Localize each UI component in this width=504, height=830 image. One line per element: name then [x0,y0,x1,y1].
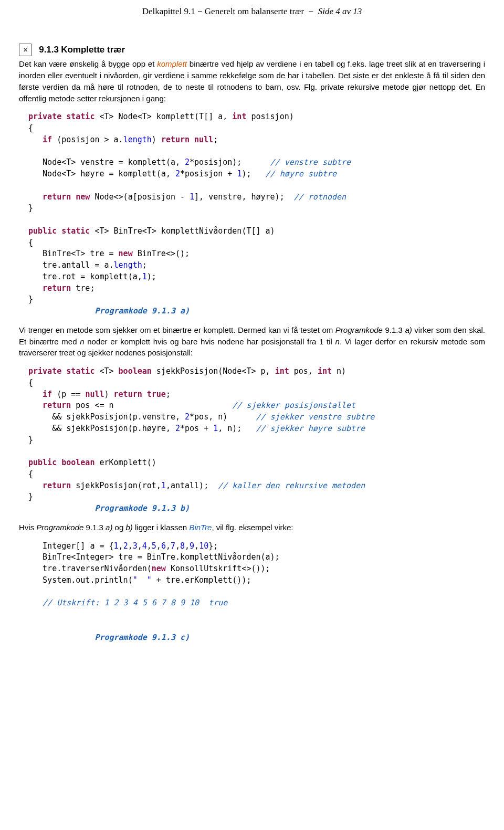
kw-static: static [61,226,90,236]
num: 2 [123,541,128,551]
num-2: 2 [185,412,190,422]
brace: { [28,123,33,133]
code-text: erKomplett() [94,458,156,467]
page-header: Delkapittel 9.1 − Generelt om balanserte… [19,5,485,18]
code-text: <T> [94,366,118,376]
code-text: (p == [52,390,85,399]
kw-int: int [232,112,246,121]
kw-static: static [66,366,94,376]
code-text: , n); [218,424,242,433]
code-listing-b: private static <T> boolean sjekkPosisjon… [28,366,485,514]
num: 4 [142,541,147,551]
code-text: tre; [71,283,94,293]
kw-if: if [43,135,52,144]
kw-new: new [152,564,166,573]
code-text: Integer[] a = { [28,541,114,551]
ref-b: b) [125,523,132,532]
comma: , [156,541,161,551]
num: 3 [133,541,138,551]
kw-static: static [66,112,94,121]
comma: , [128,541,133,551]
code-text: tre.traverserNivåorden( [28,564,152,573]
code-text: && sjekkPosisjon(p.venstre, [28,412,185,422]
text: , vil flg. eksempel virke: [212,523,293,532]
num-2: 2 [185,157,190,167]
semi: ; [142,260,147,270]
chapter-label: Delkapittel 9.1 − Generelt om balanserte… [142,6,304,16]
ref-num: 9.1.3 [383,325,405,334]
mid-text-c: noder er komplett hvis og bare hvis node… [85,337,335,346]
code-text: pos, [289,366,318,376]
ref-num: 9.1.3 [83,523,106,532]
brace: } [28,435,33,445]
code-text: (posisjon > a. [52,135,123,144]
comma: , [175,541,180,551]
code-text: Node<>(a[posisjon - [90,192,190,202]
ref-programkode: Programkode [335,325,383,334]
kw-boolean: boolean [119,366,152,376]
length: length [114,260,142,270]
comma: , [194,541,199,551]
num: 7 [171,541,175,551]
brace: } [28,492,33,501]
code-text: && sjekkPosisjon(p.høyre, [28,424,175,433]
code-text: <T> BinTre<T> komplettNivåorden(T[] a) [90,226,275,236]
semi: ; [213,135,218,144]
code-text: Node<T> høyre = komplett(a, [28,169,175,178]
semi: ; [166,390,171,399]
kw-new: new [76,192,90,202]
code-text: pos <= n [71,401,113,410]
mid-text-a: Vi trenger en metode som sjekker om et b… [19,325,335,334]
code-text: ,antall); [166,481,213,490]
kw-return: return [43,481,71,490]
kw-true: true [147,390,166,399]
code-text: + tre.erKomplett()); [152,575,251,585]
comma: , [138,541,142,551]
kw-return: return [43,192,71,202]
term-komplett: komplett [157,59,187,68]
code-text: tre.rot = komplett(a, [28,272,142,281]
code-text: BinTre<Integer> tre = BinTre.komplettNiv… [28,552,280,562]
code-text: *pos, n) [190,412,227,422]
kw-return: return [43,283,71,293]
brace: { [28,469,33,479]
kw-private: private [28,366,61,376]
comma: , [147,541,152,551]
comment: // høyre subtre [266,169,337,178]
ref-programkode: Programkode [36,523,83,532]
code-text: <T> Node<T> komplett(T[] a, [94,112,232,121]
brace: { [28,238,33,247]
hvis-paragraph: Hvis Programkode 9.1.3 a) og b) ligger i… [19,522,485,533]
num: 9 [190,541,194,551]
code-text: posisjon) [246,112,293,121]
code-text: sjekkPosisjon(rot, [71,481,161,490]
kw-boolean: boolean [61,458,94,467]
code-caption-c: Programkode 9.1.3 c) [94,633,190,642]
num: 1 [114,541,119,551]
kw-return: return [161,135,190,144]
code-text: ); [242,169,251,178]
kw-private: private [28,112,61,121]
code-text: BinTre<T> tre = [28,249,119,258]
string-lit: " " [133,575,152,585]
comment: // venstre subtre [270,157,351,167]
brace: } [28,295,33,304]
page-container: Delkapittel 9.1 − Generelt om balanserte… [0,0,504,830]
comment: // sjekker venstre subtre [256,412,374,422]
num: 5 [152,541,156,551]
brace: } [28,203,33,213]
kw-int: int [318,366,332,376]
code-text: System.out.println( [28,575,133,585]
code-listing-a: private static <T> Node<T> komplett(T[] … [28,111,485,317]
kw-null: null [85,390,104,399]
code-caption-b: Programkode 9.1.3 b) [94,503,190,513]
var-n: n [335,337,340,346]
num: 10 [199,541,208,551]
num-2: 2 [175,424,180,433]
comment-output: // Utskrift: 1 2 3 4 5 6 7 8 9 10 true [43,598,227,607]
code-text: n) [332,366,346,376]
ref-a: a) [106,523,112,532]
kw-return: return [114,390,142,399]
intro-text-a: Det kan være ønskelig å bygge opp et [19,59,157,68]
intro-paragraph: Det kan være ønskelig å bygge opp et kom… [19,58,485,104]
